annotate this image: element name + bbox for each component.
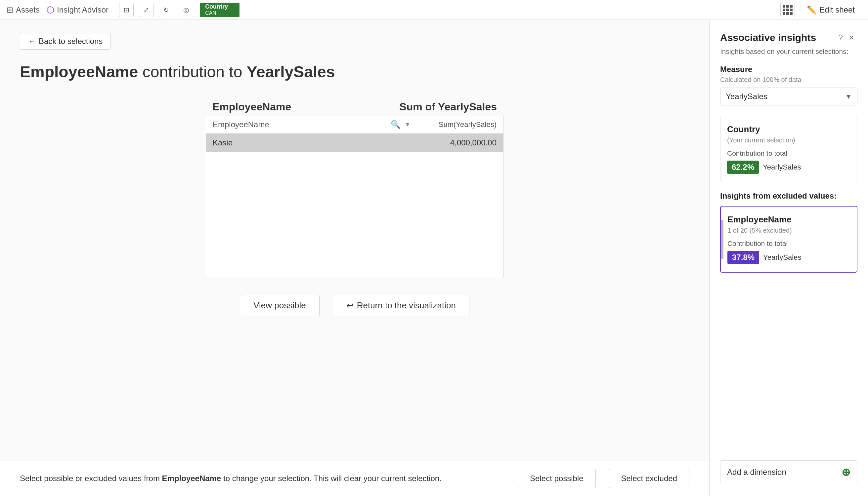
action-buttons: View possible ↩ Return to the visualizat…: [206, 295, 504, 316]
view-possible-button[interactable]: View possible: [240, 295, 319, 316]
return-visualization-button[interactable]: ↩ Return to the visualization: [333, 295, 469, 316]
current-selection-subtitle: (Your current selection): [727, 137, 851, 144]
page-title-middle: contribution to: [138, 63, 247, 81]
table-search-label: EmployeeName: [213, 120, 391, 129]
measure-dropdown-arrow: ▼: [845, 93, 852, 100]
table-box: EmployeeName 🔍 ▼ Sum(YearlySales) Kasie …: [206, 116, 504, 278]
table-row[interactable]: Kasie 4,000,000.00: [206, 134, 503, 152]
bottom-bar: Select possible or excluded values from …: [0, 461, 709, 496]
return-icon: ↩: [346, 300, 354, 311]
bottom-text-field: EmployeeName: [162, 474, 221, 483]
edit-icon: ✏️: [807, 5, 817, 15]
main-layout: ← Back to selections EmployeeName contri…: [0, 20, 868, 496]
excluded-contrib-label: Contribution to total: [728, 239, 850, 248]
select-possible-button[interactable]: Select possible: [518, 469, 595, 488]
assets-icon: ⊞: [6, 5, 13, 15]
sidebar-spacer: [720, 279, 857, 460]
grid-dots-icon: [783, 5, 793, 15]
excluded-contrib-badge: 37.8%: [728, 251, 759, 264]
expand-icon[interactable]: ⤢: [139, 3, 153, 17]
insight-icon: ⬡: [46, 4, 54, 15]
excluded-card-subtitle: 1 of 20 (5% excluded): [728, 227, 850, 234]
sidebar-header: Associative insights ? ×: [720, 32, 857, 44]
bottom-text-prefix: Select possible or excluded values from: [20, 474, 162, 483]
sidebar-subtitle: Insights based on your current selection…: [720, 48, 857, 56]
cell-sales-value: 4,000,000.00: [410, 138, 496, 148]
table-empty-area: [206, 152, 503, 278]
toolbar-icons: ⊡ ⤢ ↻ ◎: [119, 3, 193, 17]
col-dimension-header: EmployeeName: [212, 101, 391, 113]
select-possible-label: Select possible: [530, 474, 583, 483]
bottom-bar-text: Select possible or excluded values from …: [20, 474, 505, 483]
topbar-right: ✏️ Edit sheet: [780, 3, 862, 17]
edit-sheet-button[interactable]: ✏️ Edit sheet: [800, 3, 862, 17]
current-contrib-badge: 62.2%: [727, 160, 759, 174]
table-container: EmployeeName Sum of YearlySales Employee…: [206, 101, 504, 316]
add-dimension-icon: ⊕: [841, 466, 851, 479]
excluded-section-label: Insights from excluded values:: [720, 191, 857, 201]
current-contrib-row: 62.2% YearlySales: [727, 160, 851, 174]
assets-tab[interactable]: ⊞ Assets: [6, 5, 40, 15]
selection-value: CAN: [205, 10, 216, 16]
current-contrib-measure: YearlySales: [763, 163, 801, 171]
col-measure-header: Sum of YearlySales: [391, 101, 497, 113]
excluded-contrib-measure: YearlySales: [763, 253, 801, 262]
sidebar-help-icon[interactable]: ?: [839, 33, 843, 42]
topbar: ⊞ Assets ⬡ Insight Advisor ⊡ ⤢ ↻ ◎ Count…: [0, 0, 868, 20]
page-title: EmployeeName contribution to YearlySales: [20, 63, 689, 81]
view-possible-label: View possible: [253, 300, 306, 311]
current-selection-card: Country (Your current selection) Contrib…: [720, 116, 857, 182]
sidebar: Associative insights ? × Insights based …: [709, 20, 868, 496]
insight-label: Insight Advisor: [57, 5, 108, 15]
measure-sublabel: Calculated on 100% of data: [720, 76, 857, 83]
page-title-measure: YearlySales: [247, 63, 335, 81]
zoom-fit-icon[interactable]: ⊡: [119, 3, 134, 17]
table-sort-icon[interactable]: ▼: [405, 121, 410, 128]
excluded-contrib-row: 37.8% YearlySales: [728, 251, 850, 264]
selection-pill[interactable]: Country CAN: [200, 3, 239, 17]
return-visualization-label: Return to the visualization: [357, 300, 456, 311]
table-search-icon[interactable]: 🔍: [391, 120, 401, 129]
selection-field: Country: [205, 3, 228, 10]
edit-sheet-label: Edit sheet: [819, 5, 855, 15]
grid-view-btn[interactable]: [780, 3, 795, 17]
current-selection-title: Country: [727, 124, 851, 135]
add-dimension-row[interactable]: Add a dimension ⊕: [720, 460, 857, 484]
measure-value: YearlySales: [726, 92, 767, 101]
select-excluded-label: Select excluded: [621, 474, 677, 483]
cell-employee-name: Kasie: [213, 138, 410, 148]
sidebar-close-button[interactable]: ×: [845, 32, 857, 44]
insight-advisor-tab[interactable]: ⬡ Insight Advisor: [46, 4, 108, 15]
current-contrib-label: Contribution to total: [727, 149, 851, 157]
excluded-card-title: EmployeeName: [728, 215, 850, 225]
measure-section-label: Measure: [720, 65, 857, 74]
back-to-selections-button[interactable]: ← Back to selections: [20, 33, 111, 50]
select-excluded-button[interactable]: Select excluded: [609, 469, 689, 488]
table-search-row: EmployeeName 🔍 ▼ Sum(YearlySales): [206, 116, 503, 134]
add-dimension-label: Add a dimension: [727, 468, 786, 477]
table-col-measure-header: Sum(YearlySales): [410, 120, 496, 129]
target-icon[interactable]: ◎: [179, 3, 193, 17]
excluded-card[interactable]: EmployeeName 1 of 20 (5% excluded) Contr…: [720, 206, 857, 273]
assets-label: Assets: [16, 5, 40, 15]
page-title-dimension: EmployeeName: [20, 63, 138, 81]
table-headers: EmployeeName Sum of YearlySales: [206, 101, 504, 113]
back-button-label: Back to selections: [39, 37, 103, 46]
content-area: ← Back to selections EmployeeName contri…: [0, 20, 709, 496]
back-arrow-icon: ←: [28, 37, 36, 46]
bottom-text-suffix: to change your selection. This will clea…: [221, 474, 442, 483]
measure-select[interactable]: YearlySales ▼: [720, 88, 857, 105]
excluded-mini-bar: [721, 220, 723, 259]
sidebar-title: Associative insights: [720, 32, 816, 43]
rotate-icon[interactable]: ↻: [159, 3, 173, 17]
